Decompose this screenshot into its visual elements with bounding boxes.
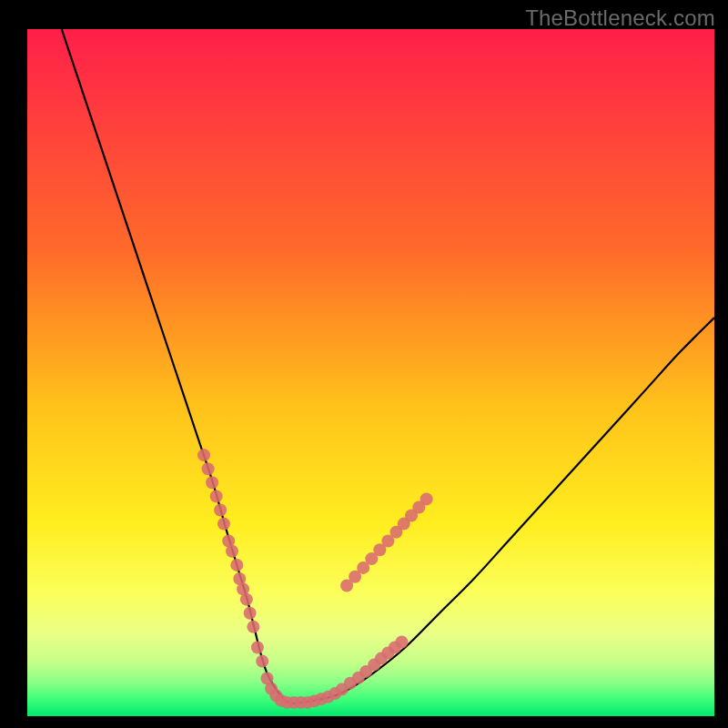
data-marker — [214, 504, 227, 517]
gradient-background — [27, 29, 714, 716]
data-marker — [420, 492, 433, 505]
watermark-text: TheBottleneck.com — [525, 5, 715, 31]
data-marker — [210, 490, 223, 502]
data-marker — [256, 655, 268, 668]
data-marker — [244, 607, 257, 620]
data-marker — [206, 476, 218, 489]
data-marker — [240, 593, 253, 606]
data-marker — [217, 518, 230, 531]
data-marker — [226, 545, 238, 558]
bottleneck-chart — [27, 29, 714, 716]
chart-frame: TheBottleneck.com — [0, 0, 728, 728]
data-marker — [230, 559, 243, 571]
data-marker — [247, 621, 259, 633]
data-marker — [251, 642, 264, 654]
data-marker — [395, 635, 408, 648]
data-marker — [197, 449, 210, 461]
data-marker — [202, 462, 215, 475]
plot-area — [27, 29, 714, 716]
